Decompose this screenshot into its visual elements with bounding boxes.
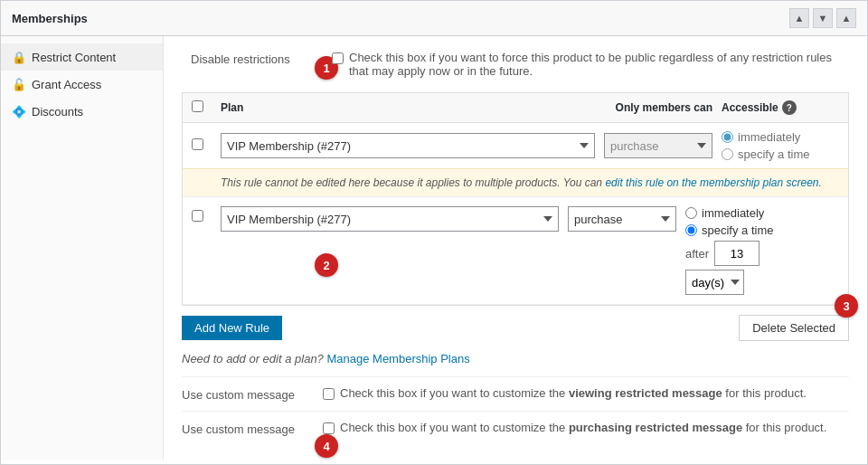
step3-badge: 3 xyxy=(835,294,858,318)
manage-text: Need to add or edit a plan? xyxy=(182,352,324,365)
row1-note: This rule cannot be edited here because … xyxy=(183,168,848,196)
disable-label: Disable restrictions xyxy=(191,52,317,66)
delete-selected-button[interactable]: Delete Selected xyxy=(739,315,849,341)
accessible-help-icon[interactable]: ? xyxy=(782,100,797,115)
manage-membership-link[interactable]: Manage Membership Plans xyxy=(326,352,469,365)
panel-up-btn[interactable]: ▲ xyxy=(789,8,809,28)
table-header: Plan Only members can Accessible ? xyxy=(183,93,848,123)
custom-msg-label-2: Use custom message xyxy=(182,422,308,436)
sidebar-item-restrict-content[interactable]: 🔒 Restrict Content xyxy=(1,43,163,71)
panel-header: Memberships ▲ ▼ ▲ xyxy=(1,1,867,36)
row2-checkbox[interactable] xyxy=(192,210,203,222)
panel-title: Memberships xyxy=(12,12,88,25)
sidebar-item-grant-access[interactable]: 🔓 Grant Access xyxy=(1,71,163,98)
sidebar-label-grant: Grant Access xyxy=(32,78,101,91)
panel-controls: ▲ ▼ ▲ xyxy=(789,8,856,28)
table-row: VIP Membership (#277) purchase immediate… xyxy=(183,123,848,197)
add-new-rule-button[interactable]: Add New Rule xyxy=(182,316,282,340)
row1-purchase-wrap: purchase xyxy=(604,133,712,158)
disable-desc: Check this box if you want to force this… xyxy=(332,51,849,78)
buttons-row: Add New Rule Delete Selected xyxy=(182,315,849,341)
row2-purchase-select[interactable]: purchase xyxy=(568,206,676,232)
row1-specify-radio[interactable] xyxy=(722,148,733,160)
row1-immediately-label[interactable]: immediately xyxy=(722,130,839,144)
col-members-can-header: Only members can xyxy=(568,101,712,114)
days-select[interactable]: day(s) xyxy=(685,270,744,295)
row2-check xyxy=(192,210,212,224)
sidebar: 🔒 Restrict Content 🔓 Grant Access 💠 Disc… xyxy=(1,36,164,460)
row1-purchase-select[interactable]: purchase xyxy=(604,133,712,158)
row2-specify-label[interactable]: specify a time xyxy=(685,223,839,237)
edit-rule-link[interactable]: edit this rule on the membership plan sc… xyxy=(605,176,818,189)
custom-msg-desc-2: Check this box if you want to customize … xyxy=(323,421,849,434)
sidebar-label-discounts: Discounts xyxy=(32,105,83,119)
col-plan-header: Plan xyxy=(221,101,559,114)
custom-msg-checkbox-2[interactable] xyxy=(323,422,335,434)
row1-check xyxy=(192,138,212,153)
custom-msg-checkbox-1[interactable] xyxy=(323,388,335,400)
row1-accessible-options: immediately specify a time xyxy=(722,130,839,161)
row2-purchase-wrap: purchase xyxy=(568,206,676,232)
select-all-checkbox[interactable] xyxy=(192,100,203,112)
panel-collapse-btn[interactable]: ▲ xyxy=(836,8,856,28)
row1-plan-select[interactable]: VIP Membership (#277) xyxy=(221,133,595,158)
disable-restrictions-row: Disable restrictions Check this box if y… xyxy=(182,51,849,78)
grant-icon: 🔓 xyxy=(12,77,26,91)
table-row: VIP Membership (#277) purchase im xyxy=(183,197,848,305)
row1-checkbox[interactable] xyxy=(192,138,203,150)
main-content: 1 Disable restrictions Check this box if… xyxy=(164,36,867,460)
step3-badge-wrap: 3 xyxy=(835,294,858,318)
row1-main: VIP Membership (#277) purchase immediate… xyxy=(183,123,848,168)
restrict-icon: 🔒 xyxy=(12,50,26,64)
row2-accessible-wrap: immediately specify a time after xyxy=(685,206,839,295)
row2-plan-select[interactable]: VIP Membership (#277) xyxy=(221,206,559,232)
after-row: after xyxy=(685,241,839,266)
memberships-panel: Memberships ▲ ▼ ▲ 🔒 Restrict Content 🔓 G… xyxy=(0,0,868,465)
col-accessible-header: Accessible ? xyxy=(722,100,839,115)
after-label: after xyxy=(685,247,709,261)
disable-restrictions-checkbox[interactable] xyxy=(332,52,344,64)
row1-specify-label[interactable]: specify a time xyxy=(722,147,839,161)
row2-immediately-radio[interactable] xyxy=(685,207,697,219)
col-check-header xyxy=(192,100,212,115)
after-input[interactable] xyxy=(714,241,760,266)
sidebar-item-discounts[interactable]: 💠 Discounts xyxy=(1,98,163,125)
custom-msg-row-1: Use custom message Check this box if you… xyxy=(182,376,849,411)
custom-msg-desc-1: Check this box if you want to customize … xyxy=(323,386,849,400)
disable-desc-text: Check this box if you want to force this… xyxy=(349,51,849,78)
rules-table: Plan Only members can Accessible ? xyxy=(182,92,849,306)
custom-msg-label-1: Use custom message xyxy=(182,388,308,402)
manage-row: Need to add or edit a plan? Manage Membe… xyxy=(182,352,849,365)
row2-immediately-label[interactable]: immediately xyxy=(685,206,839,220)
step2-badge-wrap: 2 xyxy=(315,253,338,277)
discounts-icon: 💠 xyxy=(12,104,26,119)
row2-specify-radio[interactable] xyxy=(685,224,697,236)
days-select-wrap: day(s) xyxy=(685,270,839,295)
row2-accessible-options: immediately specify a time xyxy=(685,206,839,237)
sidebar-label-restrict: Restrict Content xyxy=(32,51,116,64)
row1-immediately-radio[interactable] xyxy=(722,131,733,143)
row2-main: VIP Membership (#277) purchase im xyxy=(183,197,848,304)
panel-body: 🔒 Restrict Content 🔓 Grant Access 💠 Disc… xyxy=(1,36,867,460)
panel-down-btn[interactable]: ▼ xyxy=(813,8,833,28)
step2-badge: 2 xyxy=(315,253,338,277)
custom-msg-row-2: Use custom message Check this box if you… xyxy=(182,411,849,445)
